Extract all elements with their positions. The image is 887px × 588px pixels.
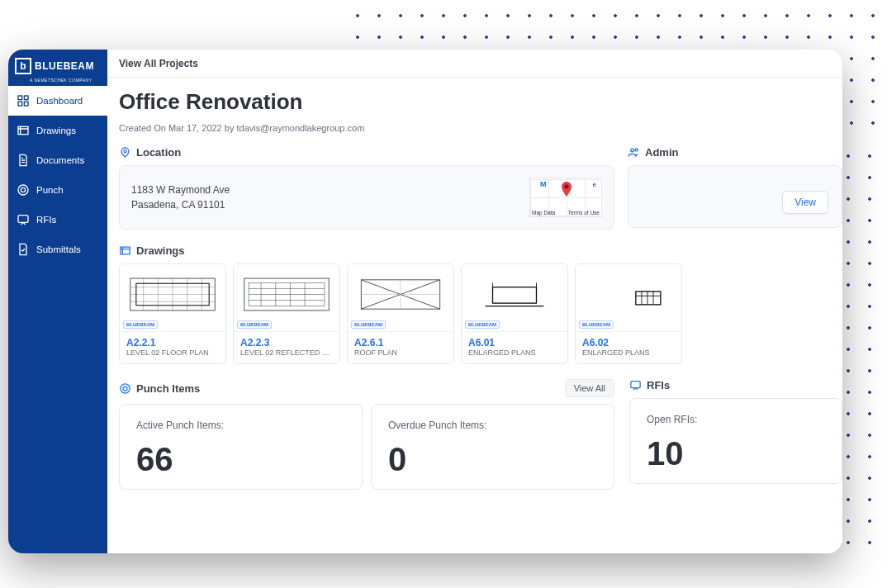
rfis-section: RFIs Open RFIs: 10 <box>629 379 842 490</box>
stat-card-open-rfis: Open RFIs: 10 <box>629 398 842 484</box>
svg-rect-2 <box>18 102 22 106</box>
brand-mark-icon: b <box>15 58 31 74</box>
sidebar-item-label: Documents <box>36 155 84 165</box>
drawing-code: A2.2.3 <box>240 337 333 349</box>
stat-label: Active Punch Items: <box>136 420 345 431</box>
address-line1: 1183 W Raymond Ave <box>131 183 230 197</box>
svg-rect-7 <box>18 216 28 223</box>
stat-value: 10 <box>647 437 825 470</box>
drawing-code: A6.02 <box>582 337 675 349</box>
sidebar-item-label: Punch <box>36 185 64 195</box>
page-title: Office Renovation <box>119 89 842 115</box>
svg-point-9 <box>565 185 569 189</box>
address-line2: Pasadena, CA 91101 <box>131 197 230 212</box>
svg-point-47 <box>123 386 127 391</box>
drawing-title: ENLARGED PLANS <box>582 349 675 357</box>
app-window: b BLUEBEAM A NEMETSCHEK COMPANY Dashboar… <box>8 50 842 553</box>
stat-label: Overdue Punch Items: <box>388 420 597 431</box>
stat-label: Open RFIs: <box>647 414 825 425</box>
drawing-thumbnail: BLUEBEAM <box>576 264 681 332</box>
svg-rect-1 <box>24 96 28 100</box>
drawing-card[interactable]: BLUEBEAM A6.01 ENLARGED PLANS <box>461 263 568 364</box>
main: View All Projects Office Renovation Crea… <box>107 50 842 553</box>
sidebar-item-drawings[interactable]: Drawings <box>8 116 107 145</box>
svg-rect-37 <box>493 287 537 303</box>
location-pin-icon <box>119 146 131 159</box>
stat-card-active-punch: Active Punch Items: 66 <box>119 404 363 490</box>
address: 1183 W Raymond Ave Pasadena, CA 91101 <box>131 183 230 212</box>
drawing-card[interactable]: BLUEBEAM A2.2.3 LEVEL 02 REFLECTED CEIL.… <box>233 263 340 364</box>
punch-icon <box>17 183 30 197</box>
stat-card-overdue-punch: Overdue Punch Items: 0 <box>371 404 614 490</box>
svg-point-5 <box>18 185 28 195</box>
sidebar-item-documents[interactable]: Documents <box>8 145 107 175</box>
map-marker-label: e <box>593 181 596 188</box>
svg-point-6 <box>21 187 25 192</box>
rfis-section-icon <box>629 379 642 391</box>
view-all-projects-link[interactable]: View All Projects <box>119 58 198 69</box>
dashboard-icon <box>17 94 30 107</box>
sidebar-item-submittals[interactable]: Submittals <box>8 235 107 264</box>
brand-subtitle: A NEMETSCHEK COMPANY <box>8 78 107 83</box>
drawing-thumbnail: BLUEBEAM <box>462 264 567 332</box>
sidebar-item-punch[interactable]: Punch <box>8 175 107 205</box>
punch-section-icon <box>119 382 131 395</box>
map-data-label: Map Data <box>532 210 555 216</box>
submittals-icon <box>17 243 30 256</box>
drawings-section-icon <box>119 244 131 257</box>
svg-rect-3 <box>24 102 28 106</box>
punch-section: Punch Items View All Active Punch Items:… <box>119 379 614 490</box>
view-admin-button[interactable]: View <box>782 191 828 214</box>
drawing-card[interactable]: BLUEBEAM A2.2.1 LEVEL 02 FLOOR PLAN <box>119 263 226 364</box>
thumb-brand-label: BLUEBEAM <box>237 320 272 329</box>
svg-rect-0 <box>18 96 22 100</box>
created-line: Created On Mar 17, 2022 by tdavis@raymon… <box>119 123 842 133</box>
drawing-code: A6.01 <box>468 337 561 349</box>
sidebar-item-label: Dashboard <box>36 96 83 106</box>
stat-value: 0 <box>388 443 597 476</box>
drawing-title: LEVEL 02 FLOOR PLAN <box>126 349 219 357</box>
thumb-brand-label: BLUEBEAM <box>123 320 158 329</box>
drawing-thumbnail: BLUEBEAM <box>234 264 339 332</box>
location-card: 1183 W Raymond Ave Pasadena, CA 91101 M … <box>119 165 614 230</box>
admin-heading: Admin <box>645 146 678 159</box>
drawing-title: ENLARGED PLANS <box>468 349 561 357</box>
sidebar-item-dashboard[interactable]: Dashboard <box>8 86 107 116</box>
location-section: Location 1183 W Raymond Ave Pasadena, CA… <box>119 146 614 230</box>
thumb-brand-label: BLUEBEAM <box>351 320 386 329</box>
admin-users-icon <box>628 146 640 159</box>
thumb-brand-label: BLUEBEAM <box>465 320 500 329</box>
sidebar-item-label: Submittals <box>36 244 81 254</box>
drawing-title: LEVEL 02 REFLECTED CEIL... <box>240 349 333 357</box>
stat-value: 66 <box>136 443 345 476</box>
admin-section: Admin View <box>628 146 842 230</box>
svg-rect-48 <box>631 382 640 388</box>
svg-rect-4 <box>18 126 28 134</box>
thumb-brand-label: BLUEBEAM <box>579 320 614 329</box>
drawing-card[interactable]: BLUEBEAM A2.6.1 ROOF PLAN <box>347 263 454 364</box>
documents-icon <box>17 154 30 167</box>
sidebar-item-label: Drawings <box>36 126 76 135</box>
svg-point-8 <box>124 150 126 153</box>
drawings-icon <box>17 124 30 137</box>
location-heading: Location <box>136 146 181 159</box>
admin-card: View <box>628 165 842 228</box>
drawings-section: Drawings BLUEBEAM A2.2.1 LEVEL 0 <box>119 244 842 364</box>
drawing-card[interactable]: BLUEBEAM A6.02 ENLARGED PLANS <box>575 263 682 364</box>
sidebar-item-rfis[interactable]: RFIs <box>8 205 107 235</box>
svg-rect-12 <box>121 247 130 254</box>
drawing-thumbnail: BLUEBEAM <box>120 264 225 332</box>
punch-heading: Punch Items <box>136 382 200 395</box>
sidebar: b BLUEBEAM A NEMETSCHEK COMPANY Dashboar… <box>8 50 107 553</box>
drawings-heading: Drawings <box>136 244 185 257</box>
sidebar-item-label: RFIs <box>36 215 56 225</box>
view-all-punch-button[interactable]: View All <box>565 379 614 397</box>
svg-rect-41 <box>636 292 661 305</box>
brand-name: BLUEBEAM <box>35 60 94 72</box>
mini-map[interactable]: M e Map Data Terms of Use <box>529 178 602 217</box>
svg-point-46 <box>121 383 130 392</box>
svg-point-11 <box>635 149 638 151</box>
drawing-thumbnail: BLUEBEAM <box>348 264 453 332</box>
drawing-title: ROOF PLAN <box>354 349 447 357</box>
rfis-heading: RFIs <box>647 379 670 391</box>
